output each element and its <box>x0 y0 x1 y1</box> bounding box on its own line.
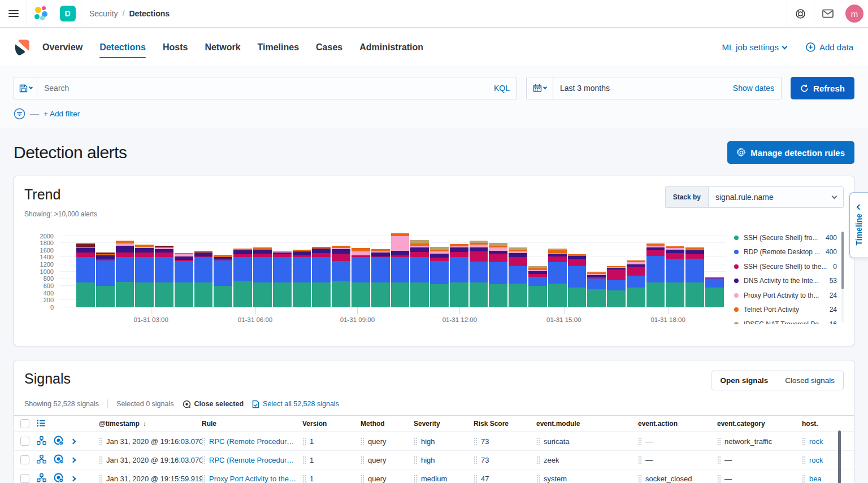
stacked-bar[interactable] <box>509 230 527 307</box>
analyze-event-icon[interactable] <box>37 455 46 465</box>
stacked-bar[interactable] <box>391 230 410 307</box>
drag-handle[interactable] <box>536 437 540 446</box>
drag-handle[interactable] <box>717 437 721 446</box>
column-header-risk-score[interactable]: Risk Score <box>474 420 536 428</box>
columns-icon[interactable] <box>37 419 46 429</box>
expand-row-chevron-icon[interactable] <box>71 476 76 481</box>
stacked-bar[interactable] <box>116 230 134 307</box>
saved-query-button[interactable] <box>14 77 37 99</box>
drag-handle[interactable] <box>474 475 478 483</box>
filter-icon[interactable] <box>14 108 25 120</box>
cell-value-host[interactable]: rock <box>809 456 823 464</box>
row-checkbox[interactable] <box>20 474 29 483</box>
drag-handle[interactable] <box>536 456 540 464</box>
drag-handle[interactable] <box>414 475 418 483</box>
drag-handle[interactable] <box>99 475 103 483</box>
tab-overview[interactable]: Overview <box>42 37 83 58</box>
drag-handle[interactable] <box>474 437 478 446</box>
search-input[interactable] <box>44 84 494 93</box>
legend-item[interactable]: IPSEC NAT Traversal Po...16 <box>734 317 844 324</box>
stacked-bar[interactable] <box>430 230 449 307</box>
drag-handle[interactable] <box>99 437 103 446</box>
drag-handle[interactable] <box>361 437 364 446</box>
stacked-bar[interactable] <box>253 230 272 307</box>
legend-item[interactable]: Proxy Port Activity to th...24 <box>734 288 844 303</box>
ml-job-settings-button[interactable]: ML job settings <box>722 42 787 52</box>
drag-handle[interactable] <box>802 437 806 446</box>
select-all-signals-button[interactable]: Select all 52,528 signals <box>252 400 339 408</box>
drag-handle[interactable] <box>202 475 206 483</box>
expand-row-chevron-icon[interactable] <box>71 457 76 463</box>
stacked-bar[interactable] <box>489 230 507 307</box>
analyze-event-icon[interactable] <box>37 473 46 483</box>
stacked-bar[interactable] <box>705 230 724 307</box>
column-header-host-[interactable]: host. <box>802 420 854 428</box>
add-data-button[interactable]: Add data <box>806 42 853 52</box>
help-button[interactable] <box>787 0 814 27</box>
expand-row-chevron-icon[interactable] <box>71 438 76 444</box>
column-header-event-action[interactable]: event.action <box>638 420 717 428</box>
elastic-home-button[interactable] <box>27 0 54 27</box>
refresh-button[interactable]: Refresh <box>791 77 854 99</box>
stacked-bar[interactable] <box>351 230 370 307</box>
stacked-bar[interactable] <box>371 230 390 307</box>
stacked-bar[interactable] <box>214 230 232 307</box>
row-checkbox[interactable] <box>20 455 29 464</box>
tab-timelines[interactable]: Timelines <box>258 37 300 58</box>
row-checkbox[interactable] <box>20 437 29 446</box>
stacked-bar[interactable] <box>194 230 213 307</box>
stacked-bar[interactable] <box>293 230 311 307</box>
drag-handle[interactable] <box>361 456 364 464</box>
stacked-bar[interactable] <box>135 230 154 307</box>
stacked-bar[interactable] <box>587 230 606 307</box>
drag-handle[interactable] <box>99 456 103 464</box>
tab-hosts[interactable]: Hosts <box>163 37 188 58</box>
breadcrumb-app[interactable]: Security <box>89 9 118 18</box>
stacked-bar[interactable] <box>685 230 704 307</box>
legend-item[interactable]: SSH (Secure Shell) fro...400 <box>734 230 844 245</box>
open-signals-toggle[interactable]: Open signals <box>711 371 776 390</box>
drag-handle[interactable] <box>638 456 642 464</box>
drag-handle[interactable] <box>536 475 540 483</box>
stacked-bar[interactable] <box>175 230 193 307</box>
menu-button[interactable] <box>0 0 27 27</box>
cell-value-rule[interactable]: RPC (Remote Procedure C... <box>209 437 298 446</box>
stack-by-select[interactable]: signal.rule.name <box>708 186 844 208</box>
tab-cases[interactable]: Cases <box>316 37 342 58</box>
stacked-bar[interactable] <box>332 230 350 307</box>
drag-handle[interactable] <box>638 437 642 446</box>
table-scrollbar-thumb[interactable] <box>838 430 841 483</box>
timeline-flyout-button[interactable]: Timeline <box>849 192 868 258</box>
stacked-bar[interactable] <box>666 230 684 307</box>
drag-handle[interactable] <box>802 475 806 483</box>
stacked-bar[interactable] <box>155 230 173 307</box>
stacked-bar[interactable] <box>96 230 115 307</box>
drag-handle[interactable] <box>414 437 418 446</box>
newsfeed-button[interactable] <box>814 0 841 27</box>
stacked-bar[interactable] <box>528 230 547 307</box>
stacked-bar[interactable] <box>450 230 468 307</box>
drag-handle[interactable] <box>202 437 206 446</box>
legend-item[interactable]: RDP (Remote Desktop ...400 <box>734 245 844 260</box>
investigate-in-timeline-icon[interactable] <box>54 473 64 483</box>
drag-handle[interactable] <box>302 437 306 446</box>
cell-value-rule[interactable]: Proxy Port Activity to the I... <box>209 475 298 483</box>
date-picker-button[interactable] <box>526 77 553 99</box>
drag-handle[interactable] <box>717 475 721 483</box>
column-header-version[interactable]: Version <box>302 420 361 428</box>
drag-handle[interactable] <box>202 456 206 464</box>
column-header-event-category[interactable]: event.category <box>717 420 802 428</box>
column-header-severity[interactable]: Severity <box>414 420 474 428</box>
show-dates-button[interactable]: Show dates <box>733 84 774 93</box>
stacked-bar[interactable] <box>410 230 429 307</box>
user-menu-button[interactable]: m <box>841 0 868 27</box>
drag-handle[interactable] <box>414 456 418 464</box>
cell-value-host[interactable]: bea <box>809 475 822 483</box>
drag-handle[interactable] <box>361 475 364 483</box>
legend-scrollbar-thumb[interactable] <box>841 232 844 289</box>
tab-administration[interactable]: Administration <box>359 37 423 58</box>
stacked-bar[interactable] <box>548 230 567 307</box>
drag-handle[interactable] <box>638 475 642 483</box>
tab-detections[interactable]: Detections <box>99 37 146 58</box>
column-header-rule[interactable]: Rule <box>202 420 302 428</box>
